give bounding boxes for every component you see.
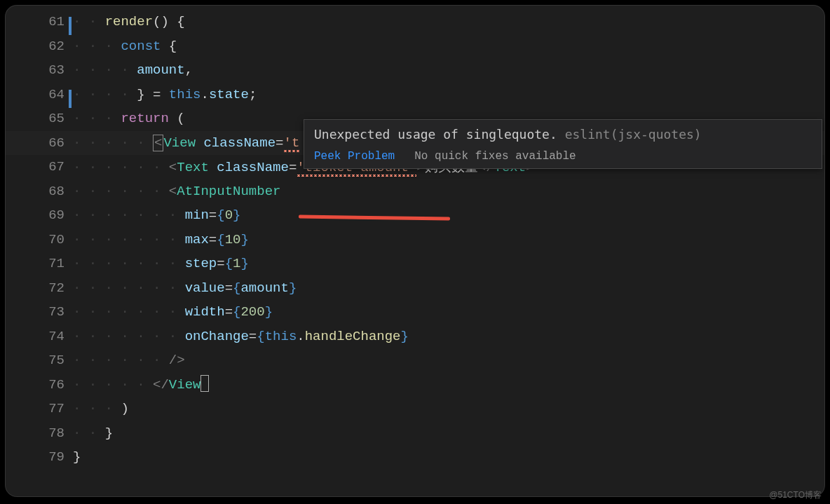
code-line[interactable]: 73 · · · · · · · width={200} [6,300,824,325]
line-number: 74 [6,329,73,344]
line-number: 79 [6,449,73,465]
cursor-icon [200,375,209,392]
peek-problem-link[interactable]: Peek Problem [314,150,395,163]
code-line[interactable]: 71 · · · · · · · step={1} [6,252,824,276]
line-number: 76 [6,377,73,393]
error-squiggle: 't [283,135,299,152]
code-line[interactable]: 61 · · render() { [6,10,824,34]
line-number: 66 [6,135,73,151]
line-number: 72 [6,280,73,296]
line-number: 63 [6,62,73,78]
tooltip-message: Unexpected usage of singlequote. eslint(… [304,120,822,147]
code-area[interactable]: 61 · · render() { 62 · · · const { 63 · … [6,6,824,470]
line-number: 62 [6,39,73,54]
code-line[interactable]: 74 · · · · · · · onChange={this.handleCh… [6,325,824,349]
problem-hover-tooltip: Unexpected usage of singlequote. eslint(… [304,119,822,169]
line-number: 61 [6,14,73,29]
line-number: 65 [6,111,73,126]
code-line[interactable]: 72 · · · · · · · value={amount} [6,276,824,301]
code-line[interactable]: 75 · · · · · · /> [6,348,824,373]
line-number: 71 [6,256,73,271]
line-number: 77 [6,401,73,416]
line-number: 75 [6,353,73,368]
watermark-label: @51CTO博客 [769,489,822,501]
modified-marker-icon [69,17,72,35]
line-number: 64 [6,87,73,102]
line-number: 70 [6,232,73,247]
code-line[interactable]: 62 · · · const { [6,34,824,59]
line-number: 68 [6,184,73,199]
line-number: 73 [6,304,73,320]
code-line[interactable]: 64 · · · · } = this.state; [6,83,824,107]
code-line[interactable]: 76 · · · · · </View [6,373,824,397]
code-line[interactable]: 63 · · · · amount, [6,58,824,83]
code-editor: 61 · · render() { 62 · · · const { 63 · … [6,6,824,496]
eslint-rule-label: eslint(jsx-quotes) [565,127,702,142]
code-line[interactable]: 69 · · · · · · · min={0} [6,203,824,228]
line-number: 78 [6,425,73,441]
code-line[interactable]: 68 · · · · · · <AtInputNumber [6,179,824,204]
modified-marker-icon [69,90,72,108]
code-line[interactable]: 78 · · } [6,421,824,446]
line-number: 67 [6,159,73,175]
code-line[interactable]: 77 · · · ) [6,397,824,421]
code-line[interactable]: 70 · · · · · · · max={10} [6,228,824,252]
line-number: 69 [6,207,73,223]
code-line[interactable]: 79 } [6,445,824,470]
no-quick-fix-label: No quick fixes available [414,150,576,163]
